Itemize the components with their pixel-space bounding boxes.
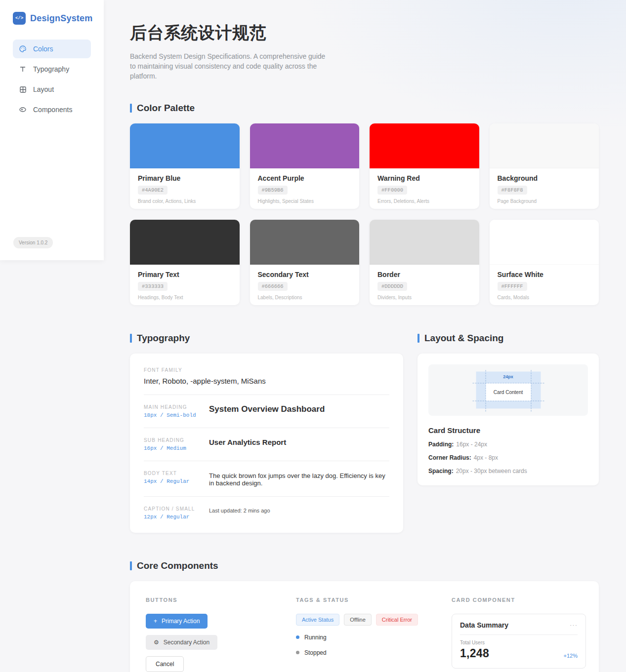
main-content: 后台系统设计规范 Backend System Design Specifica… — [130, 0, 599, 672]
button-label: Cancel — [156, 661, 174, 668]
type-style-spec: 18px / Semi-bold — [144, 412, 209, 418]
status-stopped: Stopped — [296, 649, 452, 656]
color-hex-code: #F8F8F8 — [498, 186, 527, 195]
button-label: Primary Action — [162, 618, 200, 625]
cancel-button[interactable]: Cancel — [146, 656, 184, 672]
section-title: Layout & Spacing — [424, 333, 503, 344]
type-style-label: SUB HEADING — [144, 437, 209, 443]
sidebar-item-components[interactable]: Components — [13, 100, 91, 119]
color-hex-code: #333333 — [138, 282, 167, 291]
color-usage: Cards, Modals — [498, 295, 591, 300]
typography-row-main-heading: MAIN HEADING 18px / Semi-bold System Ove… — [144, 404, 389, 418]
section-title: Typography — [137, 333, 190, 344]
color-card-primary-blue: Primary Blue #4A90E2 Brand color, Action… — [130, 123, 240, 209]
type-style-spec: 16px / Medium — [144, 445, 209, 451]
buttons-column-label: BUTTONS — [146, 597, 296, 603]
color-usage: Highlights, Special States — [258, 198, 352, 204]
spec-value: 20px - 30px between cards — [456, 468, 527, 474]
type-sample: User Analytics Report — [209, 438, 286, 446]
section-heading-color-palette: Color Palette — [130, 103, 599, 114]
sidebar-item-label: Typography — [33, 65, 69, 73]
spec-label: Spacing: — [428, 468, 454, 474]
color-card-secondary-text: Secondary Text #666666 Labels, Descripti… — [250, 220, 360, 305]
color-swatch — [130, 123, 240, 168]
primary-action-button[interactable]: + Primary Action — [146, 614, 208, 629]
version-badge: Version 1.0.2 — [13, 237, 53, 248]
color-hex-code: #666666 — [258, 282, 288, 291]
type-sample: The quick brown fox jumps over the lazy … — [209, 472, 389, 487]
button-label: Secondary Action — [164, 639, 209, 646]
page-title: 后台系统设计规范 — [130, 22, 599, 44]
section-accent-bar — [130, 334, 132, 343]
data-summary-card: Data Summary ··· Total Users 1,248 +12% — [452, 614, 586, 669]
guide-line — [531, 370, 531, 411]
spec-spacing: Spacing:20px - 30px between cards — [428, 468, 588, 474]
type-style-label: MAIN HEADING — [144, 404, 209, 410]
spec-padding: Padding:16px - 24px — [428, 441, 588, 448]
color-hex-code: #9B59B6 — [258, 186, 288, 195]
section-accent-bar — [417, 334, 419, 343]
card-content-box: Card Content — [486, 383, 531, 400]
font-family-label: FONT FAMILY — [144, 367, 389, 373]
sidebar-item-layout[interactable]: Layout — [13, 80, 91, 99]
color-card-primary-text: Primary Text #333333 Headings, Body Text — [130, 220, 240, 305]
section-heading-typography: Typography — [130, 333, 403, 344]
color-swatch — [370, 220, 479, 265]
color-card-border: Border #DDDDDD Dividers, Inputs — [370, 220, 479, 305]
color-usage: Headings, Body Text — [138, 295, 232, 300]
ellipsis-menu-icon[interactable]: ··· — [570, 621, 578, 629]
sidebar-item-typography[interactable]: Typography — [13, 60, 91, 79]
color-name: Background — [498, 174, 591, 182]
gear-icon: ⚙ — [154, 639, 159, 645]
color-card-warning-red: Warning Red #FF0000 Errors, Deletions, A… — [370, 123, 479, 209]
type-style-label: BODY TEXT — [144, 471, 209, 476]
font-family-value: Inter, Roboto, -apple-system, MiSans — [144, 377, 389, 385]
plus-icon: + — [154, 618, 157, 624]
color-name: Accent Purple — [258, 174, 352, 182]
metric-delta: +12% — [564, 653, 578, 659]
palette-icon — [19, 45, 27, 53]
app-title: DesignSystem — [30, 13, 92, 24]
type-style-spec: 14px / Regular — [144, 478, 209, 484]
color-name: Border — [377, 271, 471, 278]
sidebar-item-colors[interactable]: Colors — [13, 40, 91, 58]
color-usage: Dividers, Inputs — [377, 295, 471, 300]
color-hex-code: #4A90E2 — [138, 186, 167, 195]
card-padding-diagram: 24px Card Content — [428, 364, 588, 416]
section-accent-bar — [130, 104, 132, 113]
spec-value: 4px - 8px — [474, 454, 498, 461]
buttons-column: BUTTONS + Primary Action ⚙ Secondary Act… — [146, 597, 296, 672]
color-card-background: Background #F8F8F8 Page Background — [490, 123, 599, 209]
type-icon — [19, 65, 27, 73]
spec-label: Corner Radius: — [428, 454, 471, 461]
section-title: Color Palette — [137, 103, 195, 114]
color-hex-code: #FFFFFF — [498, 282, 527, 291]
typography-row-body-text: BODY TEXT 14px / Regular The quick brown… — [144, 471, 389, 487]
type-sample: System Overview Dashboard — [209, 404, 325, 414]
type-style-label: CAPTION / SMALL — [144, 506, 209, 512]
secondary-action-button[interactable]: ⚙ Secondary Action — [146, 635, 217, 650]
layout-spacing-panel: 24px Card Content Card Structure Padding… — [417, 354, 599, 485]
color-usage: Errors, Deletions, Alerts — [377, 198, 471, 204]
spec-value: 16px - 24px — [456, 441, 487, 448]
color-card-surface-white: Surface White #FFFFFF Cards, Modals — [490, 220, 599, 305]
typography-row-sub-heading: SUB HEADING 16px / Medium User Analytics… — [144, 437, 389, 451]
tag-critical-error[interactable]: Critical Error — [376, 614, 418, 626]
guide-line — [472, 400, 544, 401]
sidebar-item-label: Layout — [33, 85, 54, 93]
tags-status-column: TAGS & STATUS Active Status Offline Crit… — [296, 597, 452, 672]
tag-active-status[interactable]: Active Status — [296, 614, 339, 626]
status-label: Stopped — [304, 649, 327, 656]
data-card-title: Data Summary — [460, 621, 508, 629]
section-heading-core-components: Core Components — [130, 560, 599, 571]
color-palette-grid: Primary Blue #4A90E2 Brand color, Action… — [130, 123, 599, 305]
type-sample: Last updated: 2 mins ago — [209, 508, 270, 514]
app-logo: </> DesignSystem — [0, 0, 104, 25]
tag-offline[interactable]: Offline — [344, 614, 372, 626]
status-running: Running — [296, 634, 452, 641]
color-name: Secondary Text — [258, 271, 352, 278]
color-swatch — [250, 220, 360, 265]
section-title: Core Components — [137, 560, 218, 571]
color-swatch — [370, 123, 479, 168]
sidebar: </> DesignSystem Colors Typography — [0, 0, 104, 260]
